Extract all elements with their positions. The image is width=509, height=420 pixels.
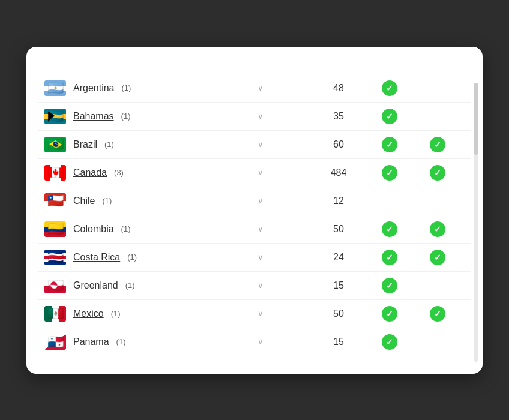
chevron-chile[interactable]: ∨ [212,196,309,205]
p2p-check-brazil: ✓ [382,137,397,152]
chevron-bahamas[interactable]: ∨ [212,112,309,121]
table-row: 🇵🇦 Panama (1) ∨ 15 ✓ [38,328,471,356]
located-check-canada: ✓ [430,165,445,181]
country-name-canada[interactable]: Canada [73,167,107,178]
flag-canada: 🇨🇦 [44,165,66,181]
flag-colombia: 🇨🇴 [44,221,66,237]
p2p-check-bahamas: ✓ [382,109,397,124]
country-cell-chile: 🇨🇱 Chile (1) [44,193,212,209]
located-check-colombia: ✓ [430,221,445,237]
p2p-panama: ✓ [369,334,411,350]
chevron-brazil[interactable]: ∨ [212,140,309,149]
country-cell-argentina: 🇦🇷 Argentina (1) [44,80,212,96]
located-brazil: ✓ [411,137,465,152]
country-count-mexico: (1) [111,309,121,318]
chevron-mexico[interactable]: ∨ [212,309,309,318]
country-name-chile[interactable]: Chile [73,196,95,206]
flag-bahamas: 🇧🇸 [44,109,66,124]
located-colombia: ✓ [411,221,465,237]
table-row: 🇨🇱 Chile (1) ∨ 12 [38,187,471,215]
country-name-brazil: Brazil [73,139,97,150]
country-cell-mexico: 🇲🇽 Mexico (1) [44,306,212,322]
p2p-check-costa-rica: ✓ [382,250,397,265]
country-cell-canada: 🇨🇦 Canada (3) [44,165,212,181]
p2p-colombia: ✓ [369,221,411,237]
table-row: 🇨🇴 Colombia (1) ∨ 50 ✓ ✓ [38,215,471,244]
country-count-colombia: (1) [121,224,131,233]
p2p-costa-rica: ✓ [369,250,411,265]
table-row: 🇦🇷 Argentina (1) ∨ 48 ✓ [38,74,471,103]
servers-brazil: 60 [309,139,369,150]
country-count-costa-rica: (1) [127,253,137,262]
table-row: 🇧🇷 Brazil (1) ∨ 60 ✓ ✓ [38,131,471,159]
flag-costa-rica: 🇨🇷 [44,250,66,265]
country-name-costa-rica[interactable]: Costa Rica [73,252,120,263]
table-row: 🇲🇽 Mexico (1) ∨ 50 ✓ ✓ [38,300,471,328]
table-row: 🇨🇦 Canada (3) ∨ 484 ✓ ✓ [38,159,471,187]
servers-mexico: 50 [309,308,369,319]
chevron-panama[interactable]: ∨ [212,337,309,346]
p2p-check-greenland: ✓ [382,278,397,293]
chevron-colombia[interactable]: ∨ [212,224,309,233]
chevron-canada[interactable]: ∨ [212,168,309,177]
chevron-costa-rica[interactable]: ∨ [212,253,309,262]
flag-greenland: 🇬🇱 [44,278,66,293]
servers-argentina: 48 [309,83,369,94]
country-cell-brazil: 🇧🇷 Brazil (1) [44,137,212,152]
located-check-costa-rica: ✓ [430,250,445,265]
servers-colombia: 50 [309,224,369,235]
country-name-colombia[interactable]: Colombia [73,224,114,235]
p2p-check-canada: ✓ [382,165,397,181]
servers-chile: 12 [309,196,369,206]
table-row: 🇬🇱 Greenland (1) ∨ 15 ✓ [38,272,471,300]
country-name-panama: Panama [73,337,109,347]
p2p-bahamas: ✓ [369,109,411,124]
country-count-argentina: (1) [122,83,131,92]
located-check-brazil: ✓ [430,137,445,152]
country-count-canada: (3) [114,168,124,177]
servers-greenland: 15 [309,280,369,291]
table-row: 🇨🇷 Costa Rica (1) ∨ 24 ✓ ✓ [38,244,471,272]
servers-costa-rica: 24 [309,252,369,263]
p2p-greenland: ✓ [369,278,411,293]
country-count-brazil: (1) [104,140,114,149]
country-name-mexico[interactable]: Mexico [73,308,104,319]
p2p-canada: ✓ [369,165,411,181]
p2p-check-argentina: ✓ [382,80,397,96]
country-count-panama: (1) [116,337,126,346]
flag-chile: 🇨🇱 [44,193,66,209]
country-count-chile: (1) [102,196,112,205]
p2p-check-panama: ✓ [382,334,397,350]
server-table-card: 🇦🇷 Argentina (1) ∨ 48 ✓ 🇧🇸 Bahamas (1) ∨… [26,47,483,374]
country-cell-panama: 🇵🇦 Panama (1) [44,334,212,350]
flag-brazil: 🇧🇷 [44,137,66,152]
servers-bahamas: 35 [309,111,369,122]
country-cell-bahamas: 🇧🇸 Bahamas (1) [44,109,212,124]
p2p-check-mexico: ✓ [382,306,397,322]
servers-panama: 15 [309,337,369,347]
table-row: 🇧🇸 Bahamas (1) ∨ 35 ✓ [38,103,471,131]
table-body: 🇦🇷 Argentina (1) ∨ 48 ✓ 🇧🇸 Bahamas (1) ∨… [38,74,471,356]
country-name-bahamas[interactable]: Bahamas [73,111,114,122]
chevron-argentina[interactable]: ∨ [212,83,309,92]
scrollbar-thumb[interactable] [474,83,478,155]
located-costa-rica: ✓ [411,250,465,265]
chevron-greenland[interactable]: ∨ [212,281,309,290]
flag-argentina: 🇦🇷 [44,80,66,96]
located-canada: ✓ [411,165,465,181]
p2p-brazil: ✓ [369,137,411,152]
table-header [38,65,471,72]
country-cell-colombia: 🇨🇴 Colombia (1) [44,221,212,237]
country-count-greenland: (1) [125,281,135,290]
p2p-mexico: ✓ [369,306,411,322]
country-count-bahamas: (1) [121,112,131,121]
p2p-argentina: ✓ [369,80,411,96]
servers-canada: 484 [309,167,369,178]
scrollbar-track[interactable] [474,83,478,362]
flag-mexico: 🇲🇽 [44,306,66,322]
country-cell-costa-rica: 🇨🇷 Costa Rica (1) [44,250,212,265]
located-check-mexico: ✓ [430,306,445,322]
p2p-check-colombia: ✓ [382,221,397,237]
country-name-argentina[interactable]: Argentina [73,83,115,94]
country-name-greenland: Greenland [73,280,118,291]
